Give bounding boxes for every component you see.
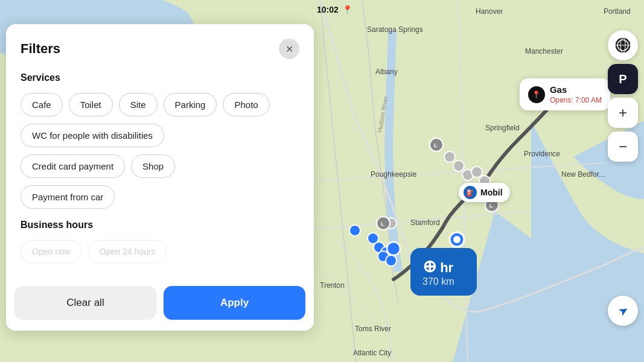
zoom-in-icon: + <box>619 106 627 120</box>
services-section-title: Services <box>21 72 299 83</box>
map-controls: P + − <box>608 30 638 162</box>
tag-credit[interactable]: Credit card payment <box>21 154 125 178</box>
svg-text:L: L <box>434 142 438 148</box>
zoom-in-button[interactable]: + <box>608 98 638 128</box>
svg-point-13 <box>444 151 455 162</box>
tag-car[interactable]: Payment from car <box>21 185 115 209</box>
tag-parking[interactable]: Parking <box>164 93 217 116</box>
filter-header: Filters ✕ <box>21 39 299 59</box>
gas-station-popup[interactable]: 📍 Gas Opens: 7:00 AM <box>520 78 610 110</box>
business-hours-tags-row: Open now Open 24 hours <box>21 240 299 263</box>
mobil-icon: ⛽ <box>464 186 477 199</box>
clear-all-button[interactable]: Clear all <box>14 286 156 320</box>
tag-toilet[interactable]: Toilet <box>69 93 113 116</box>
route-info-box: ⊕ hr 370 km <box>410 248 477 296</box>
tag-cafe[interactable]: Cafe <box>21 93 63 116</box>
services-tags-row-3: Credit card payment Shop <box>21 154 299 178</box>
tag-site[interactable]: Site <box>119 93 158 116</box>
gas-station-pin: 📍 <box>528 86 545 103</box>
svg-text:L: L <box>489 203 493 209</box>
gas-station-name: Gas <box>550 84 602 95</box>
business-hours-section: Business hours Open now Open 24 hours <box>21 220 299 263</box>
svg-point-3 <box>349 225 360 236</box>
svg-point-11 <box>453 236 461 243</box>
gas-station-status: Opens: 7:00 AM <box>550 96 602 104</box>
tag-shop[interactable]: Shop <box>131 154 175 178</box>
services-tags-row-4: Payment from car <box>21 185 299 209</box>
time-display: 10:02 <box>317 5 339 14</box>
map-style-button[interactable] <box>608 30 638 60</box>
services-tags-row-2: WC for people with disabilities <box>21 124 299 147</box>
filter-bottom-bar: Clear all Apply <box>6 278 314 331</box>
parking-button[interactable]: P <box>608 64 638 94</box>
status-bar: 10:02 📍 <box>317 5 352 14</box>
services-section: Services Cafe Toilet Site Parking Photo … <box>21 72 299 209</box>
filter-title: Filters <box>21 41 60 57</box>
svg-text:L: L <box>381 221 384 227</box>
filter-close-button[interactable]: ✕ <box>279 39 299 59</box>
tag-wc[interactable]: WC for people with disabilities <box>21 124 164 147</box>
svg-point-9 <box>386 255 397 266</box>
tag-open-now[interactable]: Open now <box>21 240 82 263</box>
parking-icon: P <box>619 72 626 86</box>
svg-point-7 <box>387 242 400 255</box>
close-icon: ✕ <box>285 43 293 55</box>
location-icon: 📍 <box>342 5 352 14</box>
services-tags-row-1: Cafe Toilet Site Parking Photo <box>21 93 299 116</box>
tag-open-24h[interactable]: Open 24 hours <box>88 240 167 263</box>
apply-button[interactable]: Apply <box>164 286 305 320</box>
compass-button-container: ➤ <box>608 296 638 326</box>
compass-button[interactable]: ➤ <box>608 296 638 326</box>
route-distance: 370 km <box>422 276 465 287</box>
svg-point-14 <box>453 160 464 171</box>
route-hours: ⊕ hr <box>422 256 465 276</box>
zoom-out-icon: − <box>619 139 627 154</box>
mobil-label-text: Mobil <box>480 188 503 197</box>
filter-panel: Filters ✕ Services Cafe Toilet Site Park… <box>6 24 314 331</box>
business-hours-title: Business hours <box>21 220 299 230</box>
tag-photo[interactable]: Photo <box>223 93 269 116</box>
zoom-out-button[interactable]: − <box>608 132 638 162</box>
compass-icon: ➤ <box>615 302 631 319</box>
mobil-poi-label[interactable]: ⛽ Mobil <box>459 183 510 202</box>
svg-point-16 <box>471 167 482 177</box>
